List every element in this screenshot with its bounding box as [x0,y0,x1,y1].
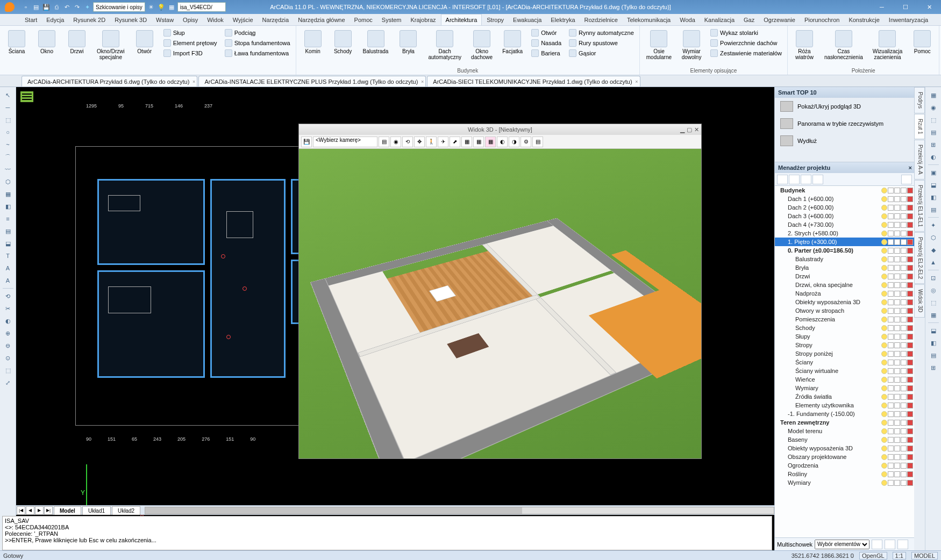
tree-row[interactable]: Nadproża [775,289,914,298]
lock-icon[interactable] [888,428,894,434]
tool-icon[interactable]: ⊞ [928,139,939,150]
color-swatch[interactable] [907,420,913,426]
tree-row[interactable]: 0. Parter (±0.00=186.50) [775,246,914,255]
visibility-icon[interactable] [881,394,887,400]
view-tab[interactable]: Przekrój EL1-EL1 [914,180,925,232]
visibility-icon[interactable] [881,291,887,297]
color-swatch[interactable] [907,274,913,279]
layer-icon[interactable] [901,325,907,331]
status-opengl[interactable]: OpenGL [859,552,887,559]
qat-settings-icon[interactable]: ✦ [83,3,91,11]
tab-close-icon[interactable]: × [193,79,195,84]
tree-row[interactable]: Ściany [775,358,914,367]
ribbon-button[interactable]: Pomoc [909,28,936,56]
ribbon-small-button[interactable]: Rynny automatyczne [567,28,636,38]
visibility-icon[interactable] [881,351,887,357]
h-scrollbar[interactable] [145,507,774,514]
app-logo[interactable] [0,0,19,14]
ribbon-tab[interactable]: Opisy [179,14,202,25]
ribbon-small-button[interactable]: Gąsior [567,48,636,58]
tool-icon[interactable]: A [2,275,14,286]
print-icon[interactable] [894,420,900,426]
pm-toolbtn[interactable] [801,175,811,184]
tool-icon[interactable]: ⊞ [928,362,939,374]
ribbon-tab[interactable]: Rysunek 3D [110,14,151,25]
ribbon-button[interactable]: Wymiardowolny [678,28,705,62]
ribbon-tab[interactable]: Wstaw [152,14,178,25]
layer-icon[interactable] [901,454,907,460]
visibility-icon[interactable] [881,420,887,426]
ribbon-button[interactable]: Bryła [395,28,422,56]
visibility-icon[interactable] [881,317,887,322]
pm-toolbtn[interactable] [789,175,800,184]
ribbon-tab[interactable]: Konstrukcje [844,14,883,25]
print-icon[interactable] [894,394,900,400]
element-select[interactable]: Wybór elementów [815,540,869,549]
view-tab[interactable]: Widok 3D [914,284,925,317]
qat-bulb-icon[interactable]: 💡 [157,3,166,11]
tool-icon[interactable]: ▣ [928,167,939,178]
tree-row[interactable]: Stropy poniżej [775,349,914,358]
layer-icon[interactable] [901,368,907,374]
tree-row[interactable]: Stropy [775,341,914,349]
view-tab[interactable]: Rzut 1 [914,114,925,139]
ribbon-tab[interactable]: Elektryka [546,14,579,25]
color-swatch[interactable] [907,231,913,236]
visibility-icon[interactable] [881,411,887,417]
layer-icon[interactable] [901,308,907,314]
color-swatch[interactable] [907,256,913,262]
scroll-thumb[interactable] [145,507,522,514]
visibility-icon[interactable] [881,480,887,486]
view-tab[interactable]: Przekrój EL2-EL2 [914,232,925,284]
ribbon-button[interactable]: Otwór [131,28,158,56]
print-icon[interactable] [894,317,900,322]
ribbon-tab[interactable]: Telekomunikacja [623,14,675,25]
visibility-icon[interactable] [881,377,887,383]
tree-row[interactable]: Drzwi [775,272,914,281]
tool-icon[interactable]: ⬓ [928,325,939,336]
tool-icon[interactable]: ≡ [2,213,14,225]
lock-icon[interactable] [888,274,894,279]
color-swatch[interactable] [907,351,913,357]
visibility-icon[interactable] [881,308,887,314]
projmgr-header[interactable]: Menadżer projektu × [775,162,914,173]
color-swatch[interactable] [907,446,913,451]
print-icon[interactable] [894,291,900,297]
ribbon-tab[interactable]: Ogrzewanie [759,14,800,25]
view3d-window[interactable]: Widok 3D - [Nieaktywny] ▁▢✕ 💾 <Wybierz k… [298,124,702,459]
tab-nav-next[interactable]: ▶ [35,506,44,515]
ribbon-button[interactable]: Osiemodularne [643,28,675,62]
tool-icon[interactable]: ✂ [2,303,14,314]
color-swatch[interactable] [907,342,913,348]
layer-icon[interactable] [901,239,907,245]
layer-icon[interactable] [901,463,907,469]
print-icon[interactable] [894,428,900,434]
pm-footbtn[interactable] [897,540,908,549]
visibility-icon[interactable] [881,360,887,365]
tool-icon[interactable]: ▲ [928,256,939,268]
tool-icon[interactable]: A [2,262,14,274]
print-icon[interactable] [894,308,900,314]
layer-icon[interactable] [901,437,907,443]
visibility-icon[interactable] [881,213,887,219]
ribbon-tab[interactable]: Pomoc [350,14,377,25]
tree-row[interactable]: Baseny [775,435,914,444]
visibility-icon[interactable] [881,239,887,245]
lock-icon[interactable] [888,471,894,477]
layer-icon[interactable] [901,299,907,305]
ribbon-button[interactable]: Facjatka [499,28,526,56]
tool-icon[interactable]: ◆ [928,244,939,256]
print-icon[interactable] [894,368,900,374]
lock-icon[interactable] [888,403,894,408]
ribbon-tab[interactable]: Kanalizacja [700,14,739,25]
v3-btn[interactable]: ▦ [473,137,484,147]
visibility-icon[interactable] [881,248,887,254]
view-tab[interactable]: Podrys [914,87,925,113]
layer-icon[interactable] [901,471,907,477]
layer-icon[interactable] [901,411,907,417]
smart-item[interactable]: Panorama w trybie rzeczywistym [775,115,914,132]
visibility-icon[interactable] [881,265,887,271]
camera-select[interactable]: <Wybierz kamerę> [313,137,377,147]
tool-icon[interactable]: ⬚ [928,114,939,126]
visibility-icon[interactable] [881,471,887,477]
